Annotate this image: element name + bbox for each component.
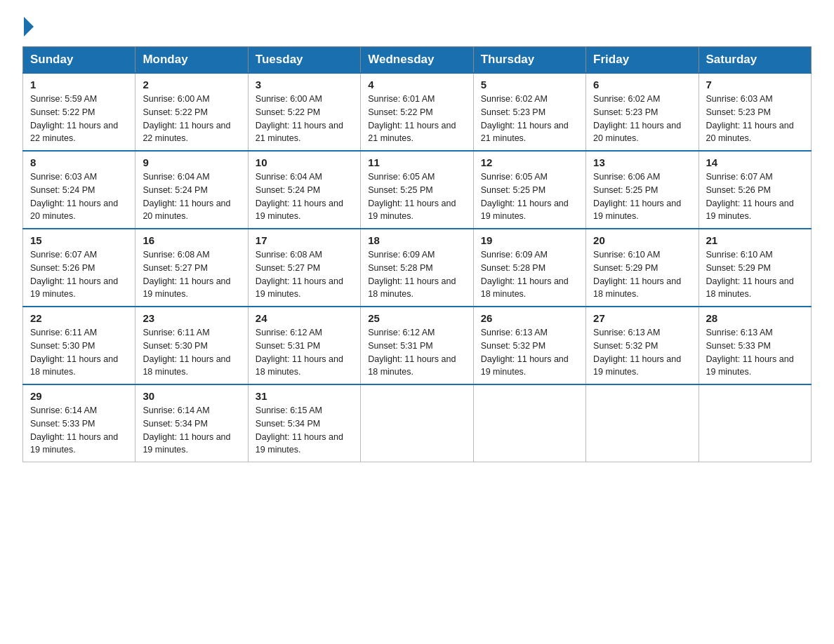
day-info: Sunrise: 6:13 AM Sunset: 5:32 PM Dayligh… xyxy=(481,326,578,379)
day-info: Sunrise: 6:00 AM Sunset: 5:22 PM Dayligh… xyxy=(143,93,240,145)
day-number: 10 xyxy=(256,156,353,168)
day-number: 23 xyxy=(143,312,240,324)
day-number: 13 xyxy=(593,156,691,168)
day-info: Sunrise: 6:01 AM Sunset: 5:22 PM Dayligh… xyxy=(368,93,465,145)
calendar-cell: 3 Sunrise: 6:00 AM Sunset: 5:22 PM Dayli… xyxy=(248,73,360,151)
calendar-cell: 9 Sunrise: 6:04 AM Sunset: 5:24 PM Dayli… xyxy=(135,151,248,229)
day-number: 6 xyxy=(593,79,691,90)
day-number: 22 xyxy=(30,312,128,324)
calendar-cell xyxy=(473,384,585,462)
day-number: 31 xyxy=(256,390,353,402)
calendar-cell: 12 Sunrise: 6:05 AM Sunset: 5:25 PM Dayl… xyxy=(473,151,585,229)
day-number: 25 xyxy=(368,312,465,324)
calendar-cell: 4 Sunrise: 6:01 AM Sunset: 5:22 PM Dayli… xyxy=(361,73,473,151)
col-header-sunday: Sunday xyxy=(23,47,135,74)
day-number: 7 xyxy=(706,79,804,90)
col-header-monday: Monday xyxy=(135,47,248,74)
calendar-cell: 29 Sunrise: 6:14 AM Sunset: 5:33 PM Dayl… xyxy=(23,384,135,462)
calendar-cell: 16 Sunrise: 6:08 AM Sunset: 5:27 PM Dayl… xyxy=(135,229,248,307)
calendar-cell xyxy=(361,384,473,462)
day-number: 2 xyxy=(143,79,240,90)
calendar-cell: 8 Sunrise: 6:03 AM Sunset: 5:24 PM Dayli… xyxy=(23,151,135,229)
day-info: Sunrise: 6:11 AM Sunset: 5:30 PM Dayligh… xyxy=(143,326,240,379)
logo-arrow-icon xyxy=(24,17,34,36)
day-number: 19 xyxy=(481,234,578,246)
calendar-cell: 2 Sunrise: 6:00 AM Sunset: 5:22 PM Dayli… xyxy=(135,73,248,151)
calendar-cell: 19 Sunrise: 6:09 AM Sunset: 5:28 PM Dayl… xyxy=(473,229,585,307)
calendar-cell: 15 Sunrise: 6:07 AM Sunset: 5:26 PM Dayl… xyxy=(23,229,135,307)
day-info: Sunrise: 6:06 AM Sunset: 5:25 PM Dayligh… xyxy=(593,170,691,223)
day-number: 29 xyxy=(30,390,128,402)
day-number: 8 xyxy=(30,156,128,168)
calendar-cell: 24 Sunrise: 6:12 AM Sunset: 5:31 PM Dayl… xyxy=(248,307,360,384)
calendar-cell: 25 Sunrise: 6:12 AM Sunset: 5:31 PM Dayl… xyxy=(361,307,473,384)
col-header-friday: Friday xyxy=(586,47,699,74)
day-number: 21 xyxy=(706,234,804,246)
day-info: Sunrise: 6:03 AM Sunset: 5:23 PM Dayligh… xyxy=(706,93,804,145)
calendar-cell: 14 Sunrise: 6:07 AM Sunset: 5:26 PM Dayl… xyxy=(699,151,811,229)
calendar-cell: 13 Sunrise: 6:06 AM Sunset: 5:25 PM Dayl… xyxy=(586,151,699,229)
logo xyxy=(22,17,34,34)
col-header-thursday: Thursday xyxy=(473,47,585,74)
day-info: Sunrise: 6:13 AM Sunset: 5:33 PM Dayligh… xyxy=(706,326,804,379)
day-info: Sunrise: 6:10 AM Sunset: 5:29 PM Dayligh… xyxy=(593,248,691,301)
calendar-cell: 7 Sunrise: 6:03 AM Sunset: 5:23 PM Dayli… xyxy=(699,73,811,151)
calendar-cell: 22 Sunrise: 6:11 AM Sunset: 5:30 PM Dayl… xyxy=(23,307,135,384)
day-number: 5 xyxy=(481,79,578,90)
calendar-cell: 1 Sunrise: 5:59 AM Sunset: 5:22 PM Dayli… xyxy=(23,73,135,151)
calendar-table: SundayMondayTuesdayWednesdayThursdayFrid… xyxy=(22,46,812,462)
calendar-cell: 28 Sunrise: 6:13 AM Sunset: 5:33 PM Dayl… xyxy=(699,307,811,384)
calendar-cell: 30 Sunrise: 6:14 AM Sunset: 5:34 PM Dayl… xyxy=(135,384,248,462)
calendar-header-row: SundayMondayTuesdayWednesdayThursdayFrid… xyxy=(23,47,812,74)
day-number: 26 xyxy=(481,312,578,324)
day-info: Sunrise: 6:04 AM Sunset: 5:24 PM Dayligh… xyxy=(143,170,240,223)
col-header-saturday: Saturday xyxy=(699,47,811,74)
week-row-1: 1 Sunrise: 5:59 AM Sunset: 5:22 PM Dayli… xyxy=(23,73,812,151)
day-info: Sunrise: 6:02 AM Sunset: 5:23 PM Dayligh… xyxy=(593,93,691,145)
day-info: Sunrise: 6:00 AM Sunset: 5:22 PM Dayligh… xyxy=(256,93,353,145)
day-info: Sunrise: 6:08 AM Sunset: 5:27 PM Dayligh… xyxy=(143,248,240,301)
calendar-cell: 11 Sunrise: 6:05 AM Sunset: 5:25 PM Dayl… xyxy=(361,151,473,229)
day-info: Sunrise: 6:04 AM Sunset: 5:24 PM Dayligh… xyxy=(256,170,353,223)
day-number: 16 xyxy=(143,234,240,246)
day-info: Sunrise: 5:59 AM Sunset: 5:22 PM Dayligh… xyxy=(30,93,128,145)
day-number: 30 xyxy=(143,390,240,402)
day-info: Sunrise: 6:05 AM Sunset: 5:25 PM Dayligh… xyxy=(481,170,578,223)
day-info: Sunrise: 6:03 AM Sunset: 5:24 PM Dayligh… xyxy=(30,170,128,223)
day-number: 27 xyxy=(593,312,691,324)
calendar-cell: 5 Sunrise: 6:02 AM Sunset: 5:23 PM Dayli… xyxy=(473,73,585,151)
calendar-cell: 6 Sunrise: 6:02 AM Sunset: 5:23 PM Dayli… xyxy=(586,73,699,151)
calendar-cell: 20 Sunrise: 6:10 AM Sunset: 5:29 PM Dayl… xyxy=(586,229,699,307)
day-number: 18 xyxy=(368,234,465,246)
day-info: Sunrise: 6:10 AM Sunset: 5:29 PM Dayligh… xyxy=(706,248,804,301)
day-number: 14 xyxy=(706,156,804,168)
day-number: 15 xyxy=(30,234,128,246)
day-number: 11 xyxy=(368,156,465,168)
week-row-4: 22 Sunrise: 6:11 AM Sunset: 5:30 PM Dayl… xyxy=(23,307,812,384)
week-row-5: 29 Sunrise: 6:14 AM Sunset: 5:33 PM Dayl… xyxy=(23,384,812,462)
calendar-cell: 26 Sunrise: 6:13 AM Sunset: 5:32 PM Dayl… xyxy=(473,307,585,384)
col-header-wednesday: Wednesday xyxy=(361,47,473,74)
calendar-cell: 21 Sunrise: 6:10 AM Sunset: 5:29 PM Dayl… xyxy=(699,229,811,307)
calendar-cell: 18 Sunrise: 6:09 AM Sunset: 5:28 PM Dayl… xyxy=(361,229,473,307)
calendar-cell xyxy=(699,384,811,462)
day-number: 1 xyxy=(30,79,128,90)
day-info: Sunrise: 6:02 AM Sunset: 5:23 PM Dayligh… xyxy=(481,93,578,145)
day-info: Sunrise: 6:12 AM Sunset: 5:31 PM Dayligh… xyxy=(256,326,353,379)
calendar-cell: 27 Sunrise: 6:13 AM Sunset: 5:32 PM Dayl… xyxy=(586,307,699,384)
day-number: 4 xyxy=(368,79,465,90)
day-number: 28 xyxy=(706,312,804,324)
day-info: Sunrise: 6:11 AM Sunset: 5:30 PM Dayligh… xyxy=(30,326,128,379)
day-number: 17 xyxy=(256,234,353,246)
day-info: Sunrise: 6:09 AM Sunset: 5:28 PM Dayligh… xyxy=(368,248,465,301)
day-info: Sunrise: 6:09 AM Sunset: 5:28 PM Dayligh… xyxy=(481,248,578,301)
calendar-cell xyxy=(586,384,699,462)
day-info: Sunrise: 6:13 AM Sunset: 5:32 PM Dayligh… xyxy=(593,326,691,379)
col-header-tuesday: Tuesday xyxy=(248,47,360,74)
day-number: 9 xyxy=(143,156,240,168)
day-info: Sunrise: 6:07 AM Sunset: 5:26 PM Dayligh… xyxy=(706,170,804,223)
calendar-cell: 10 Sunrise: 6:04 AM Sunset: 5:24 PM Dayl… xyxy=(248,151,360,229)
day-info: Sunrise: 6:12 AM Sunset: 5:31 PM Dayligh… xyxy=(368,326,465,379)
week-row-3: 15 Sunrise: 6:07 AM Sunset: 5:26 PM Dayl… xyxy=(23,229,812,307)
day-info: Sunrise: 6:15 AM Sunset: 5:34 PM Dayligh… xyxy=(256,404,353,457)
